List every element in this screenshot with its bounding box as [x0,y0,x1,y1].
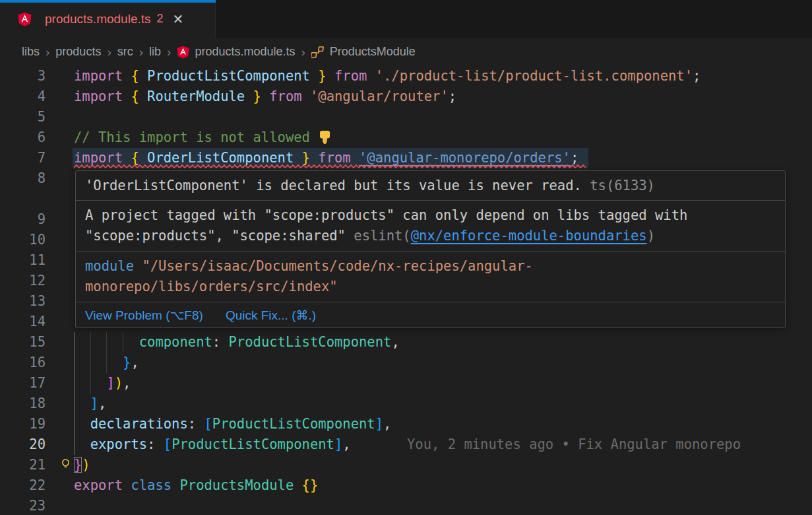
line-number[interactable]: 5 [0,107,46,127]
chevron-right-icon: › [46,45,49,59]
code-token [74,416,90,432]
quick-fix-action[interactable]: Quick Fix... (⌘.) [226,307,316,324]
code-token [74,395,90,411]
code-line[interactable]: 6// This import is not allowed [0,127,812,148]
code-line[interactable]: 5 [0,107,812,127]
breadcrumb-item-src[interactable]: src [117,45,133,59]
module-path-line2: monorepo/libs/orders/src/index" [85,279,338,294]
breadcrumb-item-symbol[interactable]: ProductsModule [330,45,416,59]
line-number[interactable]: 6 [0,127,46,148]
code-token: component [139,334,212,350]
code-token: { [131,68,139,84]
line-number[interactable]: 3 [0,66,46,86]
code-token: ProductListComponent [147,68,310,84]
breadcrumb-item-file[interactable]: products.module.ts [195,45,295,59]
eslint-rule-link[interactable]: @nx/enforce-module-boundaries [411,228,647,244]
line-number[interactable]: 8 [0,168,46,189]
line-number[interactable]: 10 [0,230,46,250]
code-token: [ [204,416,212,432]
code-line[interactable]: 17 ]), [0,373,812,394]
code-line[interactable]: 3import { ProductListComponent } from '.… [0,66,812,86]
vscode-window: products.module.ts 2 ✕ libs › products ›… [0,0,812,515]
line-number[interactable]: 17 [0,373,46,394]
breadcrumb-item-libs[interactable]: libs [22,45,40,59]
code-token: from [334,68,367,84]
close-icon[interactable]: ✕ [173,13,184,26]
line-number[interactable]: 18 [0,394,46,414]
tab-products-module[interactable]: products.module.ts 2 ✕ [0,0,216,38]
angular-icon [18,12,32,26]
chevron-right-icon: › [139,45,143,59]
code-line[interactable]: 4import { RouterModule } from '@angular/… [0,86,812,107]
code-token: [ [164,436,172,452]
code-token [74,355,123,370]
code-token: , [98,395,106,411]
eslint-source-open: eslint( [354,228,410,244]
line-number[interactable]: 19 [0,414,46,434]
line-number[interactable]: 23 [0,496,46,515]
line-number[interactable]: 9 [0,209,46,230]
code-token: RouterModule [147,88,245,104]
code-line[interactable]: 18 ], [0,394,812,414]
code-token [172,477,179,493]
line-content: ], [74,394,106,414]
code-line[interactable]: 21}) [0,455,812,475]
line-number[interactable]: 14 [0,312,46,332]
line-number[interactable]: 12 [0,271,46,291]
line-content: }) [74,455,90,475]
line-number[interactable]: 15 [0,332,46,353]
code-token: , [123,375,131,391]
lightbulb-icon[interactable] [60,457,71,471]
code-token: , [131,355,139,370]
chevron-right-icon: › [167,45,171,59]
code-token [139,88,147,104]
code-line[interactable]: 20 exports: [ProductListComponent],You, … [0,434,812,455]
code-token: export [74,477,123,493]
hover-eslint-diagnostic: A project tagged with "scope:products" c… [76,201,785,251]
ts-diagnostic-code: ts(6133) [590,178,655,193]
line-number[interactable]: 16 [0,353,46,373]
line-number[interactable]: 21 [0,455,46,475]
git-blame-annotation: You, 2 minutes ago • Fix Angular monorep… [407,434,741,455]
active-tab-indicator [0,0,216,3]
code-token [294,477,301,493]
view-problem-action[interactable]: View Problem (⌥F8) [85,307,203,324]
line-number[interactable]: 13 [0,291,46,312]
code-token: ) [82,457,90,473]
breadcrumb-item-products[interactable]: products [55,45,101,59]
ts-diagnostic-source [582,178,590,193]
line-number[interactable]: 7 [0,148,46,168]
code-token: , [342,436,350,452]
code-token: : [212,334,229,350]
eslint-source-close: ) [647,228,655,244]
code-line[interactable]: 22export class ProductsModule {} [0,475,812,496]
line-content: import { RouterModule } from '@angular/r… [74,86,456,107]
eslint-message-line1: A project tagged with "scope:products" c… [85,207,687,223]
code-token [139,68,147,84]
code-token: ProductsModule [179,477,294,493]
code-token: ] [334,436,342,452]
code-line[interactable]: 7import { OrderListComponent } from '@an… [0,148,812,168]
line-content: declarations: [ProductListComponent], [74,414,391,434]
code-token: : [147,436,164,452]
code-line[interactable]: 16 }, [0,353,812,373]
code-token [123,68,131,84]
line-number[interactable]: 4 [0,86,46,107]
breadcrumb-item-lib[interactable]: lib [149,45,161,59]
line-number[interactable]: 22 [0,475,46,496]
code-line[interactable]: 19 declarations: [ProductListComponent], [0,414,812,434]
tab-bar: products.module.ts 2 ✕ [0,0,812,38]
code-line[interactable]: 23 [0,496,812,515]
line-number[interactable]: 20 [0,434,46,455]
code-token: ] [375,416,383,432]
code-token: , [383,416,391,432]
line-number[interactable]: 11 [0,250,46,271]
module-path-line1: "/Users/isaac/Documents/code/nx-recipes/… [134,258,533,274]
code-token: {} [302,477,319,493]
line-content: import { ProductListComponent } from './… [74,66,701,86]
angular-icon [177,46,189,59]
code-token [74,375,106,391]
code-token: ProductListComponent [229,334,392,350]
code-line[interactable]: 15 component: ProductListComponent, [0,332,812,353]
code-token [261,88,269,104]
